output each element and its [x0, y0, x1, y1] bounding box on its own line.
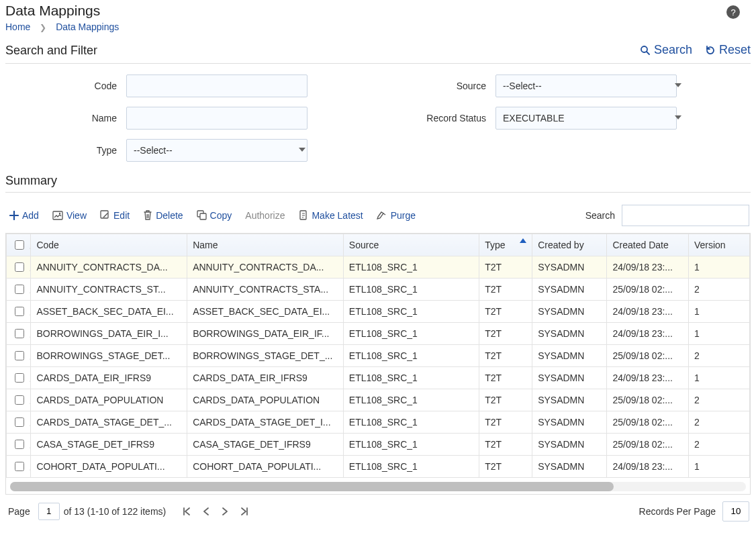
breadcrumb-current: Data Mappings — [56, 21, 119, 32]
reset-button[interactable]: Reset — [705, 43, 751, 57]
cell-code: CASA_STAGE_DET_IFRS9 — [31, 433, 187, 455]
name-field[interactable] — [126, 107, 308, 130]
add-button[interactable]: Add — [9, 210, 39, 221]
cell-version: 1 — [688, 455, 749, 477]
source-label: Source — [314, 81, 495, 91]
svg-point-6 — [59, 212, 60, 213]
page-label: Page — [8, 506, 30, 517]
table-row[interactable]: ANNUITY_CONTRACTS_DA...ANNUITY_CONTRACTS… — [7, 256, 750, 278]
cell-created-date: 25/09/18 02:... — [607, 411, 688, 433]
source-select[interactable]: --Select-- — [495, 74, 690, 97]
cell-created-date: 24/09/18 23:... — [607, 455, 688, 477]
col-source[interactable]: Source — [343, 234, 479, 256]
grid-search-input[interactable] — [622, 205, 749, 226]
make-latest-icon — [298, 210, 308, 220]
row-checkbox[interactable] — [15, 417, 24, 427]
cell-name: CARDS_DATA_EIR_IFRS9 — [187, 366, 344, 389]
next-page-button[interactable] — [221, 507, 229, 516]
row-checkbox[interactable] — [15, 440, 24, 449]
code-label: Code — [5, 81, 126, 91]
col-version[interactable]: Version — [688, 234, 749, 256]
cell-source: ETL108_SRC_1 — [343, 366, 479, 389]
row-checkbox[interactable] — [15, 395, 24, 405]
cell-version: 2 — [688, 389, 749, 411]
cell-version: 1 — [688, 366, 749, 389]
reset-icon — [705, 45, 716, 56]
cell-source: ETL108_SRC_1 — [343, 389, 479, 411]
cell-type: T2T — [479, 455, 532, 477]
table-row[interactable]: CARDS_DATA_EIR_IFRS9CARDS_DATA_EIR_IFRS9… — [7, 366, 750, 389]
view-button[interactable]: View — [52, 210, 87, 221]
svg-line-1 — [647, 52, 649, 54]
table-row[interactable]: BORROWINGS_STAGE_DET...BORROWINGS_STAGE_… — [7, 344, 750, 366]
cell-type: T2T — [479, 389, 532, 411]
cell-created-by: SYSADMN — [532, 366, 607, 389]
delete-button[interactable]: Delete — [143, 210, 183, 221]
table-row[interactable]: BORROWINGS_DATA_EIR_I...BORROWINGS_DATA_… — [7, 322, 750, 344]
cell-created-date: 24/09/18 23:... — [607, 256, 688, 278]
help-icon[interactable]: ? — [726, 5, 740, 19]
prev-page-button[interactable] — [202, 507, 210, 516]
row-checkbox[interactable] — [15, 285, 24, 294]
copy-button[interactable]: Copy — [197, 210, 232, 221]
cell-name: COHORT_DATA_POPULATI... — [187, 455, 344, 477]
purge-icon — [377, 210, 387, 220]
cell-source: ETL108_SRC_1 — [343, 278, 479, 300]
grid-search-label: Search — [585, 210, 615, 221]
horizontal-scrollbar[interactable] — [10, 482, 746, 491]
name-label: Name — [5, 113, 126, 123]
table-row[interactable]: ANNUITY_CONTRACTS_ST...ANNUITY_CONTRACTS… — [7, 278, 750, 300]
cell-type: T2T — [479, 411, 532, 433]
cell-source: ETL108_SRC_1 — [343, 300, 479, 322]
col-code[interactable]: Code — [31, 234, 187, 256]
cell-code: CARDS_DATA_POPULATION — [31, 389, 187, 411]
table-row[interactable]: CASA_STAGE_DET_IFRS9CASA_STAGE_DET_IFRS9… — [7, 433, 750, 455]
plus-icon — [9, 211, 19, 220]
authorize-button: Authorize — [245, 210, 285, 221]
row-checkbox[interactable] — [15, 462, 24, 471]
cell-created-by: SYSADMN — [532, 411, 607, 433]
cell-source: ETL108_SRC_1 — [343, 256, 479, 278]
svg-rect-9 — [200, 213, 206, 219]
cell-source: ETL108_SRC_1 — [343, 344, 479, 366]
search-button[interactable]: Search — [640, 43, 692, 57]
cell-version: 2 — [688, 278, 749, 300]
row-checkbox[interactable] — [15, 329, 24, 338]
cell-source: ETL108_SRC_1 — [343, 455, 479, 477]
table-row[interactable]: COHORT_DATA_POPULATI...COHORT_DATA_POPUL… — [7, 455, 750, 477]
cell-created-date: 25/09/18 02:... — [607, 278, 688, 300]
table-row[interactable]: CARDS_DATA_STAGE_DET_...CARDS_DATA_STAGE… — [7, 411, 750, 433]
page-number-input[interactable] — [38, 503, 60, 520]
cell-name: BORROWINGS_STAGE_DET_... — [187, 344, 344, 366]
col-created-by[interactable]: Created by — [532, 234, 607, 256]
table-row[interactable]: CARDS_DATA_POPULATIONCARDS_DATA_POPULATI… — [7, 389, 750, 411]
breadcrumb-home[interactable]: Home — [5, 21, 30, 32]
cell-name: ANNUITY_CONTRACTS_STA... — [187, 278, 344, 300]
cell-type: T2T — [479, 300, 532, 322]
row-checkbox[interactable] — [15, 307, 24, 316]
edit-button[interactable]: Edit — [100, 210, 130, 221]
code-field[interactable] — [126, 74, 308, 97]
row-checkbox[interactable] — [15, 262, 24, 272]
col-created-date[interactable]: Created Date — [607, 234, 688, 256]
cell-version: 1 — [688, 300, 749, 322]
sort-asc-icon — [520, 238, 526, 243]
first-page-button[interactable] — [182, 507, 191, 516]
record-status-select[interactable]: EXECUTABLE — [495, 107, 690, 130]
row-checkbox[interactable] — [15, 373, 24, 383]
select-all-checkbox[interactable] — [15, 240, 24, 250]
row-checkbox[interactable] — [15, 351, 24, 360]
type-select[interactable]: --Select-- — [126, 139, 314, 162]
table-row[interactable]: ASSET_BACK_SEC_DATA_EI...ASSET_BACK_SEC_… — [7, 300, 750, 322]
last-page-button[interactable] — [240, 507, 249, 516]
purge-button[interactable]: Purge — [377, 210, 416, 221]
col-name[interactable]: Name — [187, 234, 344, 256]
trash-icon — [143, 210, 152, 220]
make-latest-button[interactable]: Make Latest — [298, 210, 363, 221]
col-type[interactable]: Type — [479, 234, 532, 256]
records-per-page-input[interactable] — [722, 501, 749, 521]
pager-info: of 13 (1-10 of 122 items) — [64, 506, 167, 517]
page-title: Data Mappings — [5, 0, 751, 20]
record-status-label: Record Status — [314, 113, 495, 123]
cell-type: T2T — [479, 344, 532, 366]
